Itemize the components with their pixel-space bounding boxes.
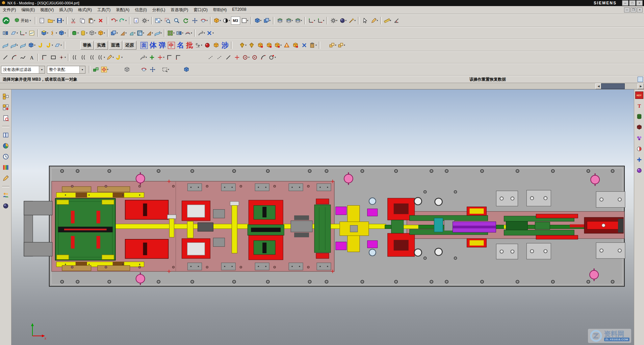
scroll-right-icon[interactable]: ▶ — [638, 83, 644, 89]
selection-scope-icon[interactable]: ▾ — [100, 65, 109, 74]
cross-mark-icon[interactable] — [233, 53, 241, 62]
replace-component-icon[interactable] — [256, 41, 265, 50]
constraint-navigator-icon[interactable] — [1, 103, 10, 112]
highlight-icon[interactable]: ▾ — [347, 16, 357, 25]
btn-spring[interactable]: 弹 — [159, 41, 166, 50]
rotate-tool-icon[interactable] — [139, 65, 148, 74]
menu-item-window[interactable]: 窗口(O) — [191, 6, 210, 14]
part-navigator-icon[interactable] — [1, 114, 10, 123]
revolve-icon[interactable]: ▾ — [49, 29, 58, 37]
system-scene-icon[interactable] — [1, 202, 10, 210]
btn-name[interactable]: 名 — [177, 41, 184, 50]
background-color-icon[interactable]: ▾ — [240, 16, 249, 25]
layer-category-icon[interactable]: ▾ — [294, 16, 303, 25]
edge-blend-icon[interactable]: ▾ — [127, 29, 136, 37]
ball-tool-icon[interactable] — [635, 166, 643, 175]
m3-style-button[interactable]: M3 — [231, 17, 240, 25]
rotate-view-icon[interactable]: ▾ — [200, 16, 209, 25]
btn-body[interactable]: 体 — [150, 41, 157, 50]
assembly-navigator-icon[interactable] — [1, 92, 10, 101]
fillet-corner-icon[interactable] — [165, 53, 174, 62]
toggle-restore[interactable]: 还原 — [123, 41, 136, 50]
zoom-icon[interactable] — [172, 16, 181, 25]
preferences-icon[interactable]: ▾ — [329, 16, 338, 25]
arrangements-icon[interactable]: ▾ — [337, 41, 346, 50]
sketch-icon[interactable] — [27, 29, 36, 37]
offset-surface-icon[interactable]: ▾ — [154, 29, 162, 37]
zoom-window-icon[interactable] — [163, 16, 172, 25]
layer-visible-icon[interactable]: ▾ — [285, 16, 294, 25]
edit-curve-icon[interactable]: ▾ — [106, 53, 114, 62]
point-icon[interactable]: ▾ — [58, 53, 67, 62]
paste-icon[interactable]: ▾ — [87, 16, 96, 25]
palette-icon[interactable] — [1, 163, 10, 172]
delete-icon[interactable] — [96, 16, 105, 25]
rectangle-icon[interactable] — [49, 53, 58, 62]
select-cursor-icon[interactable] — [361, 16, 370, 25]
visual-reports-icon[interactable] — [1, 174, 10, 183]
copy-special-icon[interactable]: CP▾ — [194, 41, 203, 50]
datum-plane-icon[interactable]: ▾ — [10, 29, 19, 37]
quick-trim-icon[interactable]: ▾ — [139, 53, 148, 62]
join-curve-icon[interactable] — [88, 53, 97, 62]
pattern-feature-icon[interactable]: ▾ — [166, 29, 175, 37]
shaded-style-icon[interactable]: ▾ — [213, 16, 222, 25]
refresh-view-icon[interactable] — [181, 16, 190, 25]
close-button[interactable]: × — [636, 0, 643, 6]
btn-interference[interactable]: 涉 — [222, 41, 229, 50]
section-tool-icon[interactable] — [635, 145, 643, 153]
graphics-window[interactable]: x 资料网 ZL.XS1616.COM — [11, 89, 634, 345]
measure-distance-icon[interactable]: ▾ — [383, 16, 392, 25]
red-ball-icon[interactable] — [203, 41, 212, 50]
scrollbar-thumb[interactable] — [601, 83, 625, 89]
mirror-feature-icon[interactable]: ▾ — [175, 29, 184, 37]
pan-tool-icon[interactable] — [148, 65, 157, 74]
menu-item-preferences[interactable]: 首选项(P) — [168, 6, 191, 14]
axis-tool-icon[interactable] — [635, 156, 643, 164]
redo-icon[interactable]: ▾ — [119, 16, 128, 25]
measure-angle-icon[interactable] — [392, 16, 401, 25]
spline-icon[interactable] — [19, 53, 27, 62]
block-tool-icon[interactable] — [635, 123, 643, 131]
show-cube-icon[interactable] — [123, 65, 131, 74]
clipboard-icon[interactable]: ▾ — [309, 41, 317, 50]
mdi-close-button[interactable]: × — [637, 7, 643, 12]
component-cube-icon[interactable] — [291, 41, 300, 50]
corner-icon[interactable] — [174, 53, 183, 62]
curvature-analysis-icon[interactable]: ▾ — [10, 41, 19, 50]
mdi-minimize-button[interactable]: ─ — [624, 7, 630, 12]
wcs-orient-icon[interactable]: ▾ — [316, 16, 325, 25]
render-style-icon[interactable]: ▾ — [222, 16, 231, 25]
surface-check-icon[interactable]: ▾ — [54, 41, 62, 50]
shaded-cube-icon[interactable] — [182, 65, 191, 74]
print-icon[interactable]: i — [132, 16, 141, 25]
suppress-component-icon[interactable]: ▾ — [274, 41, 282, 50]
chevron-down-icon[interactable]: ▼ — [39, 66, 45, 73]
menu-item-view[interactable]: 视图(V) — [37, 6, 56, 14]
menu-item-information[interactable]: 信息(I) — [132, 6, 149, 14]
maximize-button[interactable]: □ — [629, 0, 636, 6]
hd3d-tool-icon[interactable] — [1, 141, 10, 150]
new-file-icon[interactable] — [37, 16, 47, 25]
open-file-icon[interactable]: ▾ — [47, 16, 56, 25]
offset-curve-icon[interactable] — [71, 53, 79, 62]
undo-icon[interactable]: ▾ — [109, 16, 119, 25]
display-spheres-icon[interactable]: ▾ — [338, 16, 347, 25]
shell-icon[interactable]: ▾ — [136, 29, 145, 37]
pad-icon[interactable]: ▾ — [97, 29, 106, 37]
menu-item-assemblies[interactable]: 装配(A) — [113, 6, 132, 14]
face-analysis-icon[interactable] — [19, 41, 27, 50]
bridge-curve-icon[interactable] — [79, 53, 88, 62]
section-view-icon[interactable] — [1, 41, 10, 50]
centerline-icon[interactable] — [215, 53, 224, 62]
orange-cube-icon[interactable] — [212, 41, 221, 50]
dashed-line-icon[interactable] — [206, 53, 215, 62]
spheres-tool-icon[interactable] — [635, 134, 643, 142]
snap-point-icon[interactable] — [92, 65, 100, 74]
boss-icon[interactable]: ▾ — [79, 29, 88, 37]
arc2-icon[interactable] — [259, 53, 268, 62]
edit-feature-icon[interactable]: ▾ — [197, 29, 206, 37]
circle-icon[interactable]: ▾ — [241, 53, 250, 62]
btn-batch[interactable]: 批 — [186, 41, 193, 50]
selection-scope-dropdown[interactable]: 整个装配 ▼ — [47, 66, 85, 74]
